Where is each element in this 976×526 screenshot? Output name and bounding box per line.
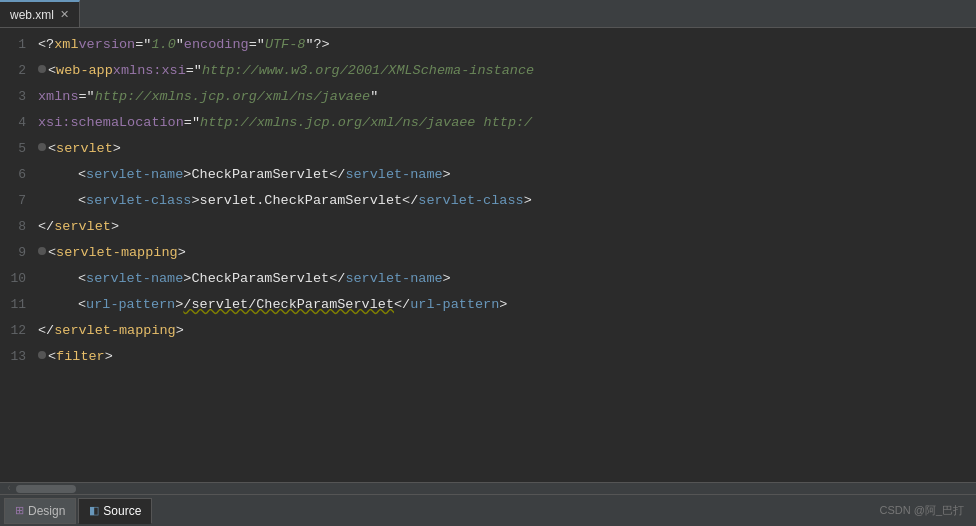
line-number-2: 2 [0, 58, 38, 84]
tab-design[interactable]: ⊞ Design [4, 498, 76, 524]
tab-web-xml[interactable]: web.xml ✕ [0, 0, 80, 27]
line-number-10: 10 [0, 266, 38, 292]
code-container: 1 <?xml version="1.0" encoding="UTF-8"?>… [0, 28, 976, 494]
line-2: 2 <web-app xmlns:xsi="http://www.w3.org/… [0, 58, 976, 84]
line-content-13: <filter> [38, 344, 113, 370]
fold-dot-13 [38, 351, 46, 359]
line-13: 13 <filter> [0, 344, 976, 370]
design-tab-label: Design [28, 504, 65, 518]
line-number-4: 4 [0, 110, 38, 136]
tab-source[interactable]: ◧ Source [78, 498, 152, 524]
line-1: 1 <?xml version="1.0" encoding="UTF-8"?> [0, 32, 976, 58]
line-content-3: xmlns="http://xmlns.jcp.org/xml/ns/javae… [38, 84, 378, 110]
line-content-6: <servlet-name> CheckParamServlet </servl… [38, 162, 451, 188]
line-content-7: <servlet-class> servlet.CheckParamServle… [38, 188, 532, 214]
line-number-13: 13 [0, 344, 38, 370]
bottom-tabs: ⊞ Design ◧ Source [4, 495, 152, 526]
line-8: 8 </servlet> [0, 214, 976, 240]
tab-bar: web.xml ✕ [0, 0, 976, 28]
fold-dot-2 [38, 65, 46, 73]
line-number-1: 1 [0, 32, 38, 58]
fold-dot-9 [38, 247, 46, 255]
line-content-12: </servlet-mapping> [38, 318, 184, 344]
line-10: 10 <servlet-name> CheckParamServlet </se… [0, 266, 976, 292]
line-number-7: 7 [0, 188, 38, 214]
line-4: 4 xsi:schemaLocation="http://xmlns.jcp.o… [0, 110, 976, 136]
line-content-5: <servlet> [38, 136, 121, 162]
horizontal-scrollbar[interactable]: ‹ [0, 482, 976, 494]
line-number-11: 11 [0, 292, 38, 318]
line-number-6: 6 [0, 162, 38, 188]
line-9: 9 <servlet-mapping> [0, 240, 976, 266]
line-11: 11 <url-pattern> /servlet/CheckParamServ… [0, 292, 976, 318]
line-content-8: </servlet> [38, 214, 119, 240]
tab-label: web.xml [10, 8, 54, 22]
editor-area: 1 <?xml version="1.0" encoding="UTF-8"?>… [0, 28, 976, 494]
design-icon: ⊞ [15, 504, 24, 517]
line-number-3: 3 [0, 84, 38, 110]
line-number-8: 8 [0, 214, 38, 240]
line-content-9: <servlet-mapping> [38, 240, 186, 266]
code-lines[interactable]: 1 <?xml version="1.0" encoding="UTF-8"?>… [0, 28, 976, 482]
line-content-10: <servlet-name> CheckParamServlet </servl… [38, 266, 451, 292]
source-icon: ◧ [89, 504, 99, 517]
line-number-5: 5 [0, 136, 38, 162]
line-7: 7 <servlet-class> servlet.CheckParamServ… [0, 188, 976, 214]
bottom-bar: ⊞ Design ◧ Source CSDN @阿_巴打 [0, 494, 976, 526]
tab-close-icon[interactable]: ✕ [60, 9, 69, 20]
line-3: 3 xmlns="http://xmlns.jcp.org/xml/ns/jav… [0, 84, 976, 110]
line-number-12: 12 [0, 318, 38, 344]
line-5: 5 <servlet> [0, 136, 976, 162]
line-content-2: <web-app xmlns:xsi="http://www.w3.org/20… [38, 58, 534, 84]
line-content-1: <?xml version="1.0" encoding="UTF-8"?> [38, 32, 330, 58]
line-6: 6 <servlet-name> CheckParamServlet </ser… [0, 162, 976, 188]
line-12: 12 </servlet-mapping> [0, 318, 976, 344]
line-number-9: 9 [0, 240, 38, 266]
source-tab-label: Source [103, 504, 141, 518]
line-content-4: xsi:schemaLocation="http://xmlns.jcp.org… [38, 110, 532, 136]
scrollbar-thumb[interactable] [16, 485, 76, 493]
fold-dot-5 [38, 143, 46, 151]
line-content-11: <url-pattern> /servlet/CheckParamServlet… [38, 292, 507, 318]
watermark-text: CSDN @阿_巴打 [879, 503, 972, 518]
